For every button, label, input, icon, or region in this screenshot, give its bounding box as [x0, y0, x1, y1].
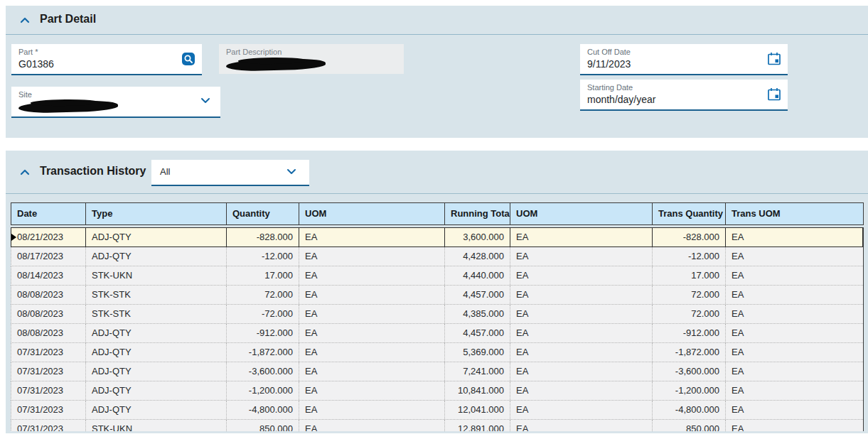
cell-uom2[interactable]: EA	[510, 305, 653, 323]
cell-type[interactable]: ADJ-QTY	[86, 381, 227, 400]
column-header-type[interactable]: Type	[86, 203, 227, 224]
cell-trans-uom[interactable]: EA	[726, 381, 863, 400]
cell-type[interactable]: ADJ-QTY	[86, 247, 227, 266]
cell-type[interactable]: STK-STK	[86, 286, 227, 304]
column-header-running-total[interactable]: Running Total	[445, 203, 510, 224]
cell-uom[interactable]: EA	[299, 324, 445, 342]
column-header-uom[interactable]: UOM	[299, 203, 445, 224]
table-row[interactable]: 08/08/2023 STK-STK -72.000 EA 4,385.000 …	[11, 305, 863, 324]
cell-type[interactable]: ADJ-QTY	[86, 324, 227, 342]
cell-uom2[interactable]: EA	[510, 286, 653, 304]
cell-date[interactable]: 08/17/2023	[11, 247, 86, 266]
cell-date[interactable]: 08/14/2023	[11, 266, 86, 285]
cell-trans-uom[interactable]: EA	[726, 343, 863, 362]
cell-trans-uom[interactable]: EA	[726, 420, 863, 431]
cell-uom2[interactable]: EA	[510, 228, 653, 246]
cut-off-date-field[interactable]: Cut Off Date 9/11/2023	[580, 44, 788, 75]
cell-date[interactable]: 07/31/2023	[11, 420, 86, 431]
cell-uom[interactable]: EA	[299, 401, 445, 419]
cell-trans-quantity[interactable]: -912.000	[653, 324, 726, 342]
cell-trans-quantity[interactable]: 850.000	[653, 420, 726, 431]
cell-running-total[interactable]: 4,440.000	[445, 266, 510, 285]
cell-quantity[interactable]: -72.000	[227, 305, 299, 323]
table-row[interactable]: 08/08/2023 ADJ-QTY -912.000 EA 4,457.000…	[11, 324, 863, 343]
cell-running-total[interactable]: 4,457.000	[445, 324, 510, 342]
column-header-quantity[interactable]: Quantity	[227, 203, 299, 224]
collapse-chevron-up-icon[interactable]	[18, 14, 31, 27]
site-field[interactable]: Site	[11, 87, 220, 118]
cell-uom[interactable]: EA	[299, 247, 445, 266]
cell-running-total[interactable]: 12,891.000	[445, 420, 510, 431]
cell-date[interactable]: 08/08/2023	[11, 324, 86, 342]
cell-running-total[interactable]: 5,369.000	[445, 343, 510, 362]
cell-date[interactable]: 07/31/2023	[11, 401, 86, 419]
cell-quantity[interactable]: -4,800.000	[227, 401, 299, 419]
table-row[interactable]: 08/17/2023 ADJ-QTY -12.000 EA 4,428.000 …	[11, 247, 863, 266]
cell-trans-quantity[interactable]: -12.000	[653, 247, 726, 266]
cell-trans-quantity[interactable]: -1,200.000	[653, 381, 726, 400]
cell-uom[interactable]: EA	[299, 305, 445, 323]
cell-trans-quantity[interactable]: 72.000	[653, 305, 726, 323]
cell-date[interactable]: 08/21/2023	[11, 228, 86, 246]
cell-running-total[interactable]: 12,041.000	[445, 401, 510, 419]
cell-uom2[interactable]: EA	[510, 324, 653, 342]
cell-quantity[interactable]: -1,872.000	[227, 343, 299, 362]
cell-uom[interactable]: EA	[299, 228, 445, 246]
cell-type[interactable]: STK-STK	[86, 305, 227, 323]
cell-quantity[interactable]: 850.000	[227, 420, 299, 431]
table-row[interactable]: 07/31/2023 ADJ-QTY -1,200.000 EA 10,841.…	[11, 381, 863, 401]
cell-trans-quantity[interactable]: -828.000	[653, 228, 726, 246]
calendar-icon[interactable]	[766, 87, 782, 102]
cell-date[interactable]: 07/31/2023	[11, 343, 86, 362]
cell-uom[interactable]: EA	[299, 266, 445, 285]
part-field-value[interactable]: G01386	[18, 58, 54, 70]
column-header-uom2[interactable]: UOM	[510, 203, 653, 224]
cell-type[interactable]: ADJ-QTY	[86, 401, 227, 419]
transaction-type-filter-dropdown[interactable]: All	[151, 160, 309, 186]
cell-trans-quantity[interactable]: -3,600.000	[653, 362, 726, 381]
cell-uom2[interactable]: EA	[510, 401, 653, 419]
cell-uom2[interactable]: EA	[510, 343, 653, 362]
starting-date-placeholder[interactable]: month/day/year	[587, 94, 656, 105]
column-header-trans-quantity[interactable]: Trans Quantity	[653, 203, 726, 224]
cell-running-total[interactable]: 4,428.000	[445, 247, 510, 266]
cell-running-total[interactable]: 10,841.000	[445, 381, 510, 400]
cell-quantity[interactable]: 72.000	[227, 286, 299, 304]
cell-quantity[interactable]: -1,200.000	[227, 381, 299, 400]
cell-trans-uom[interactable]: EA	[726, 401, 863, 419]
cell-uom2[interactable]: EA	[510, 266, 653, 285]
cell-trans-quantity[interactable]: 72.000	[653, 286, 726, 304]
cell-uom[interactable]: EA	[299, 286, 445, 304]
column-header-date[interactable]: Date	[11, 203, 86, 224]
cell-date[interactable]: 07/31/2023	[11, 381, 86, 400]
table-row[interactable]: 07/31/2023 ADJ-QTY -4,800.000 EA 12,041.…	[11, 401, 863, 420]
cell-trans-uom[interactable]: EA	[726, 324, 863, 342]
table-row[interactable]: 07/31/2023 STK-UKN 850.000 EA 12,891.000…	[11, 420, 863, 431]
cell-trans-uom[interactable]: EA	[726, 247, 863, 266]
cell-date[interactable]: 08/08/2023	[11, 305, 86, 323]
cell-date[interactable]: 08/08/2023	[11, 286, 86, 304]
cell-type[interactable]: ADJ-QTY	[86, 343, 227, 362]
cell-uom2[interactable]: EA	[510, 381, 653, 400]
part-field[interactable]: Part * G01386	[11, 44, 202, 75]
collapse-chevron-up-icon[interactable]	[18, 166, 31, 179]
starting-date-field[interactable]: Starting Date month/day/year	[580, 80, 788, 111]
cell-uom[interactable]: EA	[299, 420, 445, 431]
cell-uom2[interactable]: EA	[510, 362, 653, 381]
cell-running-total[interactable]: 4,385.000	[445, 305, 510, 323]
cell-date[interactable]: 07/31/2023	[11, 362, 86, 381]
table-row[interactable]: 08/08/2023 STK-STK 72.000 EA 4,457.000 E…	[11, 286, 863, 305]
cell-quantity[interactable]: -912.000	[227, 324, 299, 342]
cell-uom2[interactable]: EA	[510, 420, 653, 431]
chevron-down-icon[interactable]	[199, 94, 215, 109]
cell-running-total[interactable]: 7,241.000	[445, 362, 510, 381]
cut-off-date-value[interactable]: 9/11/2023	[587, 58, 631, 70]
column-header-trans-uom[interactable]: Trans UOM	[726, 203, 863, 224]
cell-uom[interactable]: EA	[299, 362, 445, 381]
cell-uom[interactable]: EA	[299, 381, 445, 400]
cell-trans-quantity[interactable]: -4,800.000	[653, 401, 726, 419]
search-icon[interactable]	[181, 51, 196, 67]
cell-trans-quantity[interactable]: 17.000	[653, 266, 726, 285]
cell-type[interactable]: STK-UKN	[86, 266, 227, 285]
table-row[interactable]: 07/31/2023 ADJ-QTY -1,872.000 EA 5,369.0…	[11, 343, 863, 362]
